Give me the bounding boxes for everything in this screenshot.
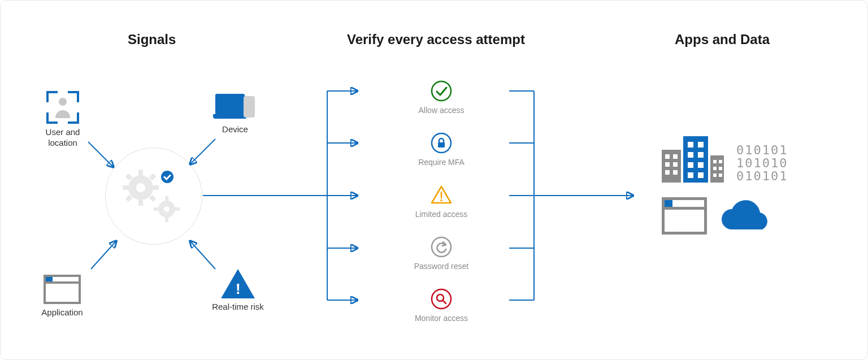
- svg-rect-3: [123, 185, 129, 190]
- outcome-monitor-access: Monitor access: [396, 288, 487, 323]
- svg-rect-32: [673, 162, 678, 167]
- svg-rect-43: [713, 160, 717, 163]
- svg-rect-30: [673, 154, 678, 159]
- heading-signals: Signals: [128, 32, 176, 47]
- binary-row: 010101: [736, 170, 788, 183]
- svg-rect-31: [665, 162, 670, 167]
- svg-point-16: [432, 81, 451, 101]
- svg-rect-26: [662, 150, 681, 183]
- apps-and-data-cluster: 010101 101010 010101: [662, 131, 820, 235]
- svg-point-23: [432, 289, 451, 309]
- svg-rect-47: [713, 174, 717, 177]
- svg-rect-35: [688, 142, 693, 148]
- svg-rect-8: [149, 195, 157, 202]
- svg-rect-41: [688, 172, 693, 178]
- outcome-limited-access-label: Limited access: [396, 210, 487, 219]
- signal-application-label: Application: [37, 307, 88, 318]
- svg-point-22: [432, 237, 451, 257]
- svg-point-15: [164, 206, 170, 212]
- svg-line-25: [443, 301, 446, 303]
- signal-user-location-label: User and location: [40, 127, 85, 149]
- svg-rect-29: [665, 154, 670, 159]
- svg-rect-12: [165, 217, 168, 222]
- signal-risk-label: Real-time risk: [204, 302, 272, 313]
- svg-rect-33: [665, 170, 670, 175]
- application-window-icon: [662, 197, 707, 235]
- refresh-circle-icon: [430, 236, 453, 258]
- svg-rect-39: [688, 162, 693, 168]
- svg-rect-7: [125, 195, 133, 202]
- outcome-allow-access-label: Allow access: [396, 106, 487, 115]
- signal-real-time-risk: Real-time risk: [204, 269, 272, 313]
- gears-icon: [106, 148, 202, 244]
- svg-rect-6: [149, 174, 157, 181]
- svg-rect-5: [125, 174, 133, 181]
- policy-engine-hub: [105, 148, 202, 245]
- svg-rect-37: [688, 152, 693, 158]
- application-icon: [44, 275, 81, 304]
- signal-device-label: Device: [210, 124, 261, 135]
- buildings-icon: [662, 131, 724, 183]
- magnifier-circle-icon: [430, 288, 453, 310]
- outcome-require-mfa-label: Require MFA: [396, 158, 487, 167]
- outcome-allow-access: Allow access: [396, 80, 487, 115]
- svg-point-9: [136, 183, 145, 192]
- outcome-list: Allow access Require MFA Limited access: [396, 80, 487, 323]
- checkmark-badge-icon: [161, 171, 173, 183]
- binary-data-icon: 010101 101010 010101: [736, 144, 788, 183]
- svg-rect-45: [713, 167, 717, 170]
- svg-rect-44: [719, 160, 722, 163]
- svg-rect-48: [719, 174, 722, 177]
- svg-rect-4: [152, 185, 159, 190]
- heading-verify: Verify every access attempt: [347, 32, 525, 47]
- outcome-password-reset-label: Password reset: [396, 262, 487, 271]
- outcome-password-reset: Password reset: [396, 236, 487, 271]
- signal-application: Application: [37, 275, 88, 318]
- outcome-monitor-access-label: Monitor access: [396, 314, 487, 323]
- user-location-icon: [46, 91, 79, 124]
- conditional-access-diagram: Signals Verify every access attempt Apps…: [0, 0, 868, 360]
- svg-rect-27: [683, 136, 708, 183]
- svg-rect-18: [438, 142, 445, 148]
- warning-triangle-icon: [221, 269, 255, 298]
- svg-rect-14: [175, 207, 180, 211]
- signal-user-location: User and location: [40, 91, 85, 149]
- svg-line-52: [190, 241, 215, 269]
- svg-point-21: [440, 199, 442, 202]
- heading-apps-and-data: Apps and Data: [675, 32, 770, 47]
- checkmark-circle-icon: [430, 80, 453, 102]
- binary-row: 010101: [736, 144, 788, 157]
- svg-rect-46: [719, 167, 722, 170]
- svg-rect-13: [154, 207, 159, 211]
- device-icon: [215, 94, 255, 121]
- signal-device: Device: [210, 94, 261, 135]
- lock-circle-icon: [430, 132, 453, 154]
- outcome-limited-access: Limited access: [396, 184, 487, 219]
- svg-rect-40: [698, 162, 704, 168]
- svg-rect-2: [138, 199, 143, 206]
- binary-row: 101010: [736, 157, 788, 170]
- warning-outline-icon: [430, 184, 453, 206]
- svg-rect-1: [138, 170, 143, 176]
- svg-rect-34: [673, 170, 678, 175]
- svg-rect-36: [698, 142, 704, 148]
- svg-rect-11: [165, 196, 168, 201]
- svg-rect-42: [698, 172, 704, 178]
- cloud-icon: [719, 199, 774, 233]
- outcome-require-mfa: Require MFA: [396, 132, 487, 167]
- svg-rect-38: [698, 152, 704, 158]
- svg-line-51: [91, 241, 116, 269]
